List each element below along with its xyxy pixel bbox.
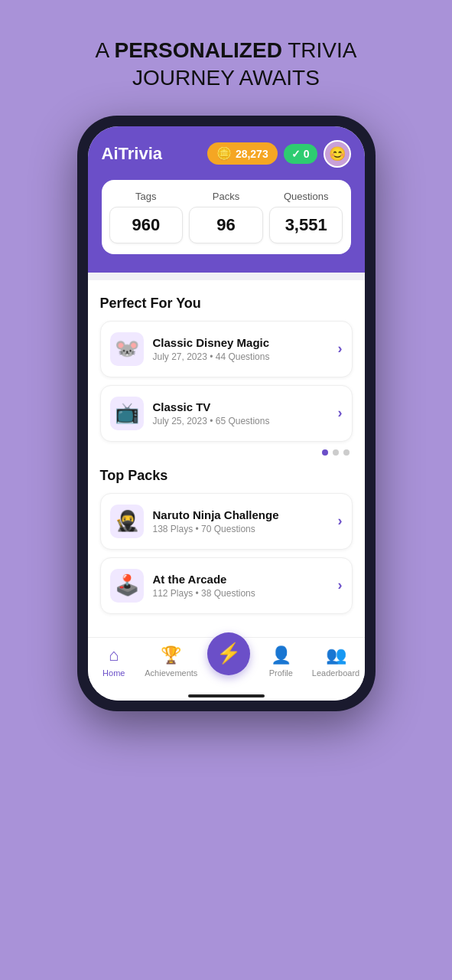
- dot-3: [343, 449, 350, 456]
- pagination-dots: [100, 449, 353, 456]
- questions-value: 3,551: [269, 207, 343, 243]
- list-item[interactable]: 🐭 Classic Disney Magic July 27, 2023 • 4…: [100, 321, 353, 377]
- arcade-pack-meta: 112 Plays • 38 Questions: [153, 588, 329, 599]
- tagline-text-2: TRIVIA: [282, 38, 357, 62]
- check-value: 0: [304, 148, 310, 160]
- check-badge: ✓ 0: [284, 144, 317, 164]
- tv-pack-icon: 📺: [110, 397, 144, 430]
- avatar-emoji: 😊: [329, 145, 346, 162]
- tv-pack-info: Classic TV July 25, 2023 • 65 Questions: [153, 400, 329, 426]
- perfect-for-you-heading: Perfect For You: [100, 296, 353, 312]
- app-header: AiTrivia 🪙 28,273 ✓ 0 😊: [88, 126, 365, 273]
- tv-pack-name: Classic TV: [153, 400, 329, 413]
- app-header-top: AiTrivia 🪙 28,273 ✓ 0 😊: [102, 140, 351, 168]
- chevron-right-icon: ›: [338, 341, 343, 357]
- coin-icon: 🪙: [216, 146, 232, 161]
- tagline-line2: JOURNEY AWAITS: [96, 64, 357, 92]
- tagline-bold: PERSONALIZED: [115, 38, 282, 62]
- nav-center-button[interactable]: ⚡: [207, 632, 250, 675]
- home-bar-line: [188, 694, 265, 697]
- tags-label: Tags: [109, 191, 184, 202]
- disney-pack-name: Classic Disney Magic: [153, 336, 329, 349]
- coins-badge: 🪙 28,273: [207, 142, 278, 165]
- coins-value: 28,273: [236, 148, 268, 160]
- nav-leaderboard-label: Leaderboard: [312, 668, 359, 678]
- home-bar: [88, 688, 365, 701]
- header-badges: 🪙 28,273 ✓ 0 😊: [207, 140, 351, 168]
- leaderboard-icon: 👥: [326, 645, 346, 665]
- tagline-text-1: A: [96, 38, 115, 62]
- disney-pack-meta: July 27, 2023 • 44 Questions: [153, 351, 329, 362]
- tags-value: 960: [109, 207, 184, 243]
- chevron-right-icon: ›: [338, 513, 343, 529]
- chevron-right-icon: ›: [338, 577, 343, 593]
- arcade-pack-icon: 🕹️: [110, 569, 144, 603]
- nav-profile-label: Profile: [269, 668, 293, 678]
- home-icon: ⌂: [109, 645, 119, 665]
- stats-grid: Tags 960 Packs 96 Questions 3,551: [109, 191, 343, 243]
- bottom-nav: ⌂ Home 🏆 Achievements ⚡ 👤 Profile 👥 Lead…: [88, 637, 365, 688]
- arcade-pack-info: At the Arcade 112 Plays • 38 Questions: [153, 573, 329, 599]
- stat-tags: Tags 960: [109, 191, 184, 243]
- nav-home[interactable]: ⌂ Home: [93, 645, 135, 678]
- list-item[interactable]: 🕹️ At the Arcade 112 Plays • 38 Question…: [100, 557, 353, 614]
- stat-questions: Questions 3,551: [269, 191, 343, 243]
- questions-label: Questions: [269, 191, 343, 202]
- trophy-icon: 🏆: [161, 645, 181, 665]
- lightning-icon: ⚡: [216, 642, 241, 665]
- nav-achievements-label: Achievements: [145, 668, 197, 678]
- packs-label: Packs: [189, 191, 263, 202]
- tv-pack-meta: July 25, 2023 • 65 Questions: [153, 416, 329, 426]
- nav-home-label: Home: [102, 668, 125, 678]
- list-item[interactable]: 🥷 Naruto Ninja Challenge 138 Plays • 70 …: [100, 493, 353, 550]
- naruto-pack-name: Naruto Ninja Challenge: [153, 508, 329, 521]
- tagline: A PERSONALIZED TRIVIA JOURNEY AWAITS: [96, 37, 357, 93]
- disney-pack-icon: 🐭: [110, 332, 144, 366]
- nav-profile[interactable]: 👤 Profile: [259, 645, 302, 678]
- list-item[interactable]: 📺 Classic TV July 25, 2023 • 65 Question…: [100, 385, 353, 442]
- disney-pack-info: Classic Disney Magic July 27, 2023 • 44 …: [153, 336, 329, 362]
- app-title: AiTrivia: [102, 144, 162, 164]
- app-content: Perfect For You 🐭 Classic Disney Magic J…: [88, 280, 365, 637]
- check-icon: ✓: [291, 148, 301, 160]
- dot-2: [333, 449, 339, 456]
- nav-leaderboard[interactable]: 👥 Leaderboard: [312, 645, 359, 678]
- naruto-pack-meta: 138 Plays • 70 Questions: [153, 524, 329, 534]
- avatar[interactable]: 😊: [324, 140, 351, 168]
- naruto-pack-info: Naruto Ninja Challenge 138 Plays • 70 Qu…: [153, 508, 329, 534]
- packs-value: 96: [189, 207, 263, 243]
- nav-achievements[interactable]: 🏆 Achievements: [145, 645, 197, 678]
- phone-screen: AiTrivia 🪙 28,273 ✓ 0 😊: [88, 126, 365, 701]
- chevron-right-icon: ›: [338, 405, 343, 421]
- stats-card: Tags 960 Packs 96 Questions 3,551: [102, 180, 351, 254]
- arcade-pack-name: At the Arcade: [153, 573, 329, 586]
- top-packs-heading: Top Packs: [100, 468, 353, 484]
- dot-1: [322, 449, 328, 456]
- phone-shell: AiTrivia 🪙 28,273 ✓ 0 😊: [77, 116, 376, 711]
- naruto-pack-icon: 🥷: [110, 505, 144, 538]
- stat-packs: Packs 96: [189, 191, 263, 243]
- profile-icon: 👤: [271, 645, 291, 665]
